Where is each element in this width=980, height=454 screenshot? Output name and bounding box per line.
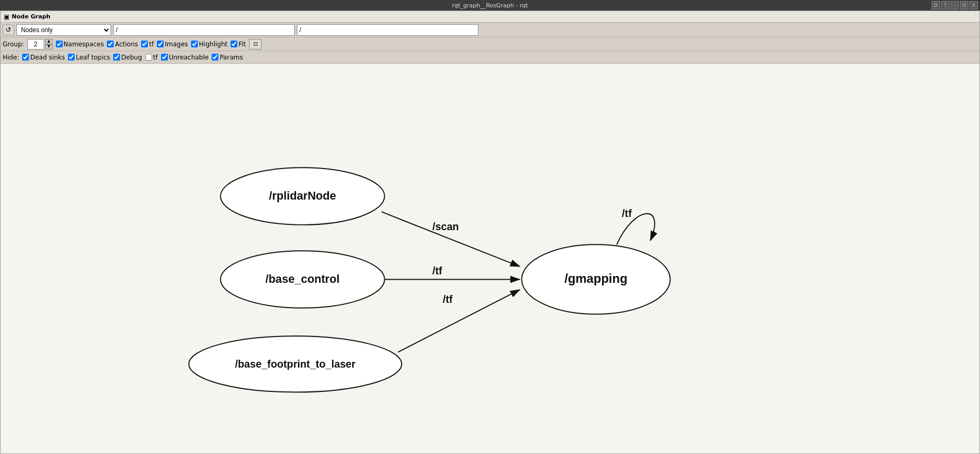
filter-input-1[interactable] <box>113 24 295 36</box>
images-checkbox[interactable] <box>157 41 164 47</box>
actions-label: Actions <box>115 41 138 48</box>
actions-checkbox-label[interactable]: Actions <box>107 41 138 48</box>
tf-label-2: tf <box>153 54 158 61</box>
help-btn[interactable]: D <box>932 1 940 9</box>
debug-checkbox-label[interactable]: Debug <box>113 54 142 61</box>
params-label: Params <box>219 54 243 61</box>
tf-checkbox-label-1[interactable]: tf <box>141 41 154 48</box>
debug-label: Debug <box>121 54 142 61</box>
highlight-checkbox[interactable] <box>191 41 198 47</box>
edge-footprint-gmapping <box>398 290 519 352</box>
dead-sinks-checkbox-label[interactable]: Dead sinks <box>22 54 65 61</box>
graph-canvas[interactable]: /scan /tf /tf /tf /rplidarNode /base_con… <box>1 64 979 453</box>
params-checkbox-label[interactable]: Params <box>212 54 243 61</box>
dead-sinks-label: Dead sinks <box>30 54 65 61</box>
node-rplidarNode-label: /rplidarNode <box>269 190 336 203</box>
unreachable-label: Unreachable <box>169 54 209 61</box>
unreachable-checkbox[interactable] <box>161 54 168 61</box>
display-mode-dropdown[interactable]: Nodes only Nodes/Topics (all) Nodes/Topi… <box>16 24 111 36</box>
node-base-footprint-label: /base_footprint_to_laser <box>235 358 355 370</box>
images-label: Images <box>165 41 188 48</box>
spinner-down-btn[interactable]: ▼ <box>45 44 53 50</box>
highlight-checkbox-label[interactable]: Highlight <box>191 41 227 48</box>
title-bar: rqt_graph__RosGraph - rqt D ? - O X <box>0 0 980 11</box>
window-title-bar: ▣ Node Graph <box>1 11 979 23</box>
tf-checkbox-1[interactable] <box>141 41 148 47</box>
spinner-up-btn[interactable]: ▲ <box>45 39 53 44</box>
highlight-label: Highlight <box>199 41 227 48</box>
tf-checkbox-label-2[interactable]: tf <box>145 54 158 61</box>
group-spinner: ▲ ▼ <box>27 39 53 50</box>
fit-checkbox-label[interactable]: Fit <box>231 41 246 48</box>
close-btn[interactable]: X <box>969 1 978 9</box>
leaf-topics-label: Leaf topics <box>76 54 110 61</box>
params-checkbox[interactable] <box>212 54 218 61</box>
maximize-btn[interactable]: O <box>960 1 968 9</box>
fit-label: Fit <box>238 41 246 48</box>
namespaces-checkbox-label[interactable]: Namespaces <box>56 41 104 48</box>
filter-input-2[interactable] <box>297 24 478 36</box>
unreachable-checkbox-label[interactable]: Unreachable <box>161 54 209 61</box>
window-frame: ▣ Node Graph ↺ Nodes only Nodes/Topics (… <box>0 11 980 454</box>
leaf-topics-checkbox[interactable] <box>68 54 75 61</box>
fit-icon-btn[interactable]: ⊡ <box>249 39 262 50</box>
edge-rplidar-gmapping <box>382 212 519 267</box>
graph-svg: /scan /tf /tf /tf /rplidarNode /base_con… <box>1 64 979 453</box>
node-gmapping-label: /gmapping <box>564 272 627 285</box>
edge-label-tf-self: /tf <box>622 208 632 219</box>
refresh-icon: ↺ <box>6 26 12 34</box>
toolbar-row-1: ↺ Nodes only Nodes/Topics (all) Nodes/To… <box>1 23 979 37</box>
group-label: Group: <box>3 41 24 48</box>
toolbar-row-3: Hide: Dead sinks Leaf topics Debug tf Un… <box>1 51 979 64</box>
edge-label-tf-1: /tf <box>432 265 442 277</box>
title-bar-controls: D ? - O X <box>932 1 978 9</box>
namespaces-checkbox[interactable] <box>56 41 63 47</box>
tf-checkbox-2[interactable] <box>145 54 152 61</box>
hide-label: Hide: <box>3 54 19 61</box>
spinner-buttons: ▲ ▼ <box>45 39 53 50</box>
edge-label-scan: /scan <box>432 221 458 232</box>
group-value-input[interactable] <box>27 39 44 50</box>
window-title: rqt_graph__RosGraph - rqt <box>452 2 528 9</box>
node-graph-icon: ▣ <box>4 13 9 21</box>
namespaces-label: Namespaces <box>64 41 104 48</box>
actions-checkbox[interactable] <box>107 41 114 47</box>
tf-label-1: tf <box>149 41 154 48</box>
window-label: Node Graph <box>12 13 51 20</box>
about-btn[interactable]: ? <box>941 1 949 9</box>
images-checkbox-label[interactable]: Images <box>157 41 188 48</box>
minimize-btn[interactable]: - <box>951 1 959 9</box>
refresh-button[interactable]: ↺ <box>3 25 14 35</box>
toolbar-row-2: Group: ▲ ▼ Namespaces Actions tf Images … <box>1 37 979 51</box>
edge-label-tf-2: /tf <box>443 293 453 305</box>
leaf-topics-checkbox-label[interactable]: Leaf topics <box>68 54 110 61</box>
fit-checkbox[interactable] <box>231 41 237 47</box>
debug-checkbox[interactable] <box>113 54 120 61</box>
dead-sinks-checkbox[interactable] <box>22 54 29 61</box>
node-base-control-label: /base_control <box>265 272 339 285</box>
